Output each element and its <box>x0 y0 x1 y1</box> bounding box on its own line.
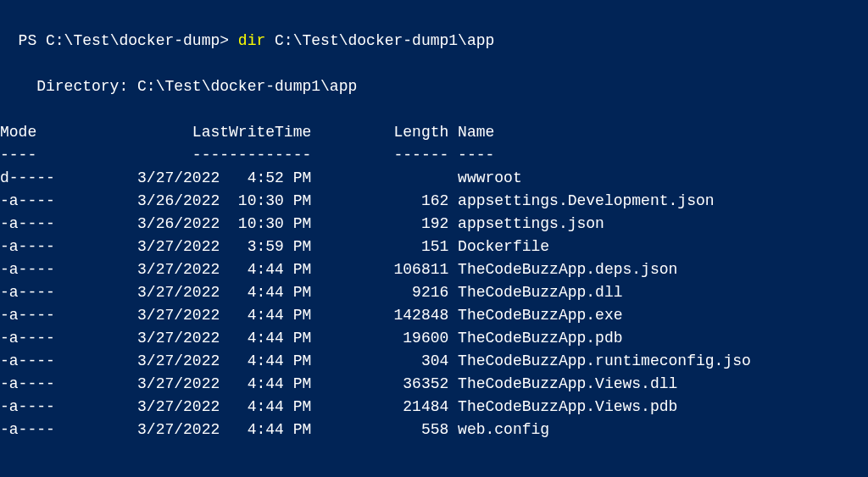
table-row: -a---- 3/27/2022 4:44 PM 304 TheCodeBuzz… <box>0 350 868 373</box>
table-row: -a---- 3/27/2022 4:44 PM 36352 TheCodeBu… <box>0 373 868 396</box>
table-row: -a---- 3/27/2022 4:44 PM 558 web.config <box>0 419 868 441</box>
table-row: -a---- 3/27/2022 4:44 PM 142848 TheCodeB… <box>0 304 868 327</box>
table-row: -a---- 3/27/2022 3:59 PM 151 Dockerfile <box>0 236 868 258</box>
table-row: -a---- 3/27/2022 4:44 PM 19600 TheCodeBu… <box>0 327 868 350</box>
table-row: -a---- 3/26/2022 10:30 PM 162 appsetting… <box>0 190 868 213</box>
prompt-prefix: PS C:\Test\docker-dump> <box>19 32 238 49</box>
file-listing: d----- 3/27/2022 4:52 PM wwwroot-a---- 3… <box>0 167 868 441</box>
table-header: Mode LastWriteTime Length Name <box>0 121 868 144</box>
table-row: -a---- 3/27/2022 4:44 PM 21484 TheCodeBu… <box>0 396 868 419</box>
table-row: -a---- 3/27/2022 4:44 PM 106811 TheCodeB… <box>0 258 868 281</box>
table-row: -a---- 3/26/2022 10:30 PM 192 appsetting… <box>0 213 868 236</box>
table-separator: ---- ------------- ------ ---- <box>0 144 868 167</box>
table-row: -a---- 3/27/2022 4:44 PM 9216 TheCodeBuz… <box>0 281 868 304</box>
prompt-line: PS C:\Test\docker-dump> dir C:\Test\dock… <box>0 7 868 53</box>
command: dir <box>238 32 265 49</box>
directory-header: Directory: C:\Test\docker-dump1\app <box>0 75 868 98</box>
command-argument: C:\Test\docker-dump1\app <box>265 32 494 49</box>
table-row: d----- 3/27/2022 4:52 PM wwwroot <box>0 167 868 190</box>
